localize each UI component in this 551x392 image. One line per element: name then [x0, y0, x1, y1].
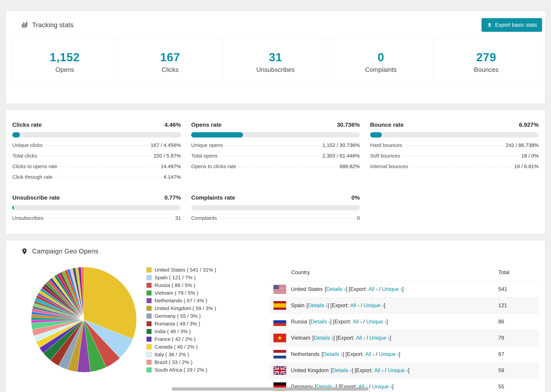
- opens-rate-panel: Opens rate 30.736% Unique opens 1,152 / …: [191, 121, 360, 180]
- rate-row-label: Soft bounces: [370, 153, 400, 159]
- rate-row-label: Complaints: [191, 215, 217, 221]
- country-total: 67: [498, 346, 539, 362]
- es-flag-icon: [273, 301, 286, 310]
- details-link[interactable]: Details ›: [332, 367, 352, 373]
- dotted-leader: [55, 177, 161, 177]
- geo-table-header-row: Country Total: [270, 264, 539, 281]
- legend-label: United Kingdom ( 59 / 3% ): [155, 305, 216, 311]
- stat-value: 31: [223, 50, 328, 64]
- country-name: United Kingdom: [291, 367, 329, 373]
- tracking-stats-header: Tracking stats Export basic stats: [6, 11, 545, 38]
- legend-item: Spain ( 121 / 7% ): [147, 274, 270, 281]
- country-name: Netherlands: [291, 351, 319, 357]
- rate-title: Bounce rate: [370, 121, 404, 128]
- stat-label: Clicks: [118, 66, 223, 73]
- details-link[interactable]: Details ›: [308, 302, 327, 308]
- bracket: [: [331, 367, 332, 373]
- export-prefix: [Export:: [344, 351, 365, 357]
- slash: /: [359, 302, 364, 308]
- dotted-leader: [46, 218, 173, 219]
- export-unique-link[interactable]: Unique ›: [369, 335, 389, 341]
- rate-row-value: 0: [357, 215, 360, 221]
- ru-flag-icon: [273, 317, 286, 326]
- rate-percent: 4.46%: [164, 121, 181, 128]
- details-link[interactable]: Details ›: [311, 319, 330, 325]
- export-all-link[interactable]: All ›: [353, 319, 362, 325]
- stat-value: 0: [328, 50, 433, 64]
- rate-row: Total clicks 220 / 5.87%: [12, 153, 181, 159]
- bracket: ]: [384, 302, 385, 308]
- legend-item: Netherlands ( 67 / 4% ): [147, 297, 270, 304]
- stat-value: 1,152: [12, 50, 117, 64]
- export-prefix: [Export:: [353, 367, 374, 373]
- rate-row-label: Unique opens: [191, 142, 223, 148]
- bracket: ]: [408, 367, 410, 373]
- stat-label: Opens: [12, 66, 117, 73]
- export-all-link[interactable]: All ›: [365, 351, 374, 357]
- legend-item: Germany ( 55 / 3% ): [147, 312, 270, 320]
- geo-pie-chart[interactable]: [29, 265, 139, 392]
- tracking-stats-title: Tracking stats: [21, 21, 74, 29]
- export-unique-link[interactable]: Unique ›: [379, 351, 399, 357]
- rate-title: Clicks rate: [12, 121, 42, 128]
- clicks-rate-panel: Clicks rate 4.46% Unique clicks 167 / 4.…: [12, 121, 181, 180]
- rate-row-label: Opens to clicks rate: [191, 163, 236, 169]
- rate-row-value: 689.82%: [339, 163, 360, 169]
- export-basic-stats-button[interactable]: Export basic stats: [481, 18, 542, 32]
- rates-grid: Clicks rate 4.46% Unique clicks 167 / 4.…: [12, 121, 539, 221]
- country-total: 121: [498, 297, 539, 314]
- rate-row: Total opens 2,303 / 61.446%: [191, 153, 360, 159]
- details-link[interactable]: Details ›: [326, 286, 346, 292]
- dotted-leader: [225, 145, 320, 146]
- bracket: [: [309, 319, 311, 325]
- legend-item: Italy ( 36 / 2% ): [147, 351, 270, 358]
- bracket: ]: [342, 351, 344, 357]
- legend-label: Germany ( 55 / 3% ): [155, 313, 201, 319]
- horizontal-scrollbar[interactable]: [172, 387, 368, 391]
- stat-complaints: 0 Complaints: [328, 38, 433, 86]
- legend-label: United States ( 541 / 31% ): [155, 267, 216, 273]
- export-all-link[interactable]: All ›: [374, 367, 383, 373]
- legend-label: India ( 46 / 3% ): [155, 329, 191, 334]
- rate-row-value: 19 / 6.81%: [514, 163, 539, 169]
- geo-table-row: United States [Details ›] [Export: All ›…: [270, 281, 539, 297]
- progress-bar-fill: [12, 205, 14, 210]
- rate-row-value: 1,152 / 30.736%: [322, 142, 360, 148]
- export-unique-link[interactable]: Unique ›: [364, 302, 384, 308]
- export-all-link[interactable]: All ›: [368, 286, 377, 292]
- geo-table: Country Total United States [Details ›] …: [270, 264, 539, 392]
- country-name: Spain: [291, 302, 304, 308]
- progress-bar: [191, 205, 360, 210]
- legend-label: France ( 42 / 2% ): [155, 336, 196, 342]
- rate-row-value: 4.147%: [164, 174, 181, 180]
- rate-row: Click through rate 4.147%: [12, 174, 181, 180]
- rate-percent: 30.736%: [337, 121, 360, 128]
- details-link[interactable]: Details ›: [323, 351, 343, 357]
- rate-row-value: 31: [175, 215, 181, 221]
- slash: /: [365, 335, 370, 341]
- dotted-leader: [39, 156, 151, 156]
- progress-bar: [12, 205, 181, 210]
- complaints-rate-panel: Complaints rate 0% Complaints 0: [191, 194, 360, 221]
- export-unique-link[interactable]: Unique ›: [366, 319, 386, 325]
- geo-table-row: Netherlands [Details ›] [Export: All › /…: [270, 346, 539, 362]
- export-all-link[interactable]: All ›: [350, 302, 359, 308]
- legend-item: Vietnam ( 79 / 5% ): [147, 289, 270, 297]
- rate-row: Complaints 0: [191, 215, 360, 221]
- total-column-header: Total: [498, 264, 539, 281]
- country-name: United States: [291, 286, 323, 292]
- details-link[interactable]: Details ›: [314, 335, 333, 341]
- legend-swatch: [147, 298, 152, 303]
- export-unique-link[interactable]: Unique ›: [388, 367, 408, 373]
- bracket: [: [306, 302, 308, 308]
- dotted-leader: [45, 145, 149, 146]
- rate-row: Internal bounces 19 / 6.81%: [370, 163, 539, 169]
- export-all-link[interactable]: All ›: [356, 335, 365, 341]
- progress-bar: [12, 132, 181, 138]
- export-unique-link[interactable]: Unique ›: [382, 286, 402, 292]
- page: Tracking stats Export basic stats 1,152 …: [0, 0, 551, 392]
- rate-row-value: 2,303 / 61.446%: [322, 153, 360, 159]
- legend-swatch: [147, 306, 152, 311]
- export-unique-link[interactable]: Unique ›: [372, 384, 392, 390]
- export-icon: [487, 22, 493, 28]
